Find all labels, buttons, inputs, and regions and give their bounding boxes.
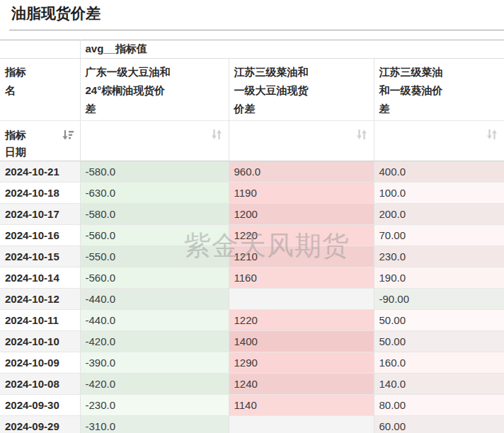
table-row: 2024-10-11-440.0122050.00: [0, 310, 504, 331]
value-cell: 50.00: [374, 310, 504, 331]
row-date: 2024-10-21: [0, 161, 80, 183]
sort-descending-icon[interactable]: [62, 129, 74, 142]
value-cell: 190.0: [374, 267, 504, 289]
value-cell: 140.0: [374, 374, 504, 395]
table-row: 2024-10-12-440.0-90.00: [0, 289, 504, 310]
table-row: 2024-10-08-420.01240140.0: [0, 374, 504, 395]
value-cell: 1400: [229, 331, 374, 352]
value-cell: -440.0: [80, 310, 229, 331]
value-cell: -390.0: [80, 352, 229, 374]
value-cell: [229, 289, 374, 310]
indicator-date-label: 指标 日期: [5, 127, 26, 161]
corner-empty-cell: [0, 40, 80, 59]
value-cell: -550.0: [80, 246, 229, 267]
column-header-jiangsu-rape-sunflower: 江苏三级菜油 和一级葵油价 差: [374, 59, 504, 121]
table-row: 2024-10-16-560.0122070.00: [0, 225, 504, 246]
sort-header-col-3[interactable]: [374, 121, 504, 161]
sort-header-col-2[interactable]: [229, 121, 374, 161]
value-cell: 230.0: [374, 246, 504, 267]
value-cell: 70.00: [374, 225, 504, 246]
value-cell: 60.00: [374, 416, 504, 433]
price-spread-table: avg__指标值 指标 名 广东一级大豆油和 24°棕榈油现货价 差 江苏三级菜…: [0, 40, 504, 433]
value-cell: 1290: [229, 352, 374, 374]
table-row: 2024-10-09-390.01290160.0: [0, 352, 504, 374]
title-divider: [9, 30, 504, 30]
row-date: 2024-09-29: [0, 416, 80, 433]
value-cell: -630.0: [80, 183, 229, 204]
row-date: 2024-10-16: [0, 225, 80, 246]
value-cell: -420.0: [80, 374, 229, 395]
row-date: 2024-10-09: [0, 352, 80, 374]
value-cell: 1200: [229, 204, 374, 225]
row-date: 2024-10-11: [0, 310, 80, 331]
value-cell: -560.0: [80, 267, 229, 289]
value-cell: -420.0: [80, 331, 229, 352]
value-cell: 1160: [229, 267, 374, 289]
table-body: 2024-10-21-580.0960.0400.02024-10-18-630…: [0, 161, 504, 433]
value-cell: 200.0: [374, 204, 504, 225]
row-date: 2024-10-10: [0, 331, 80, 352]
value-cell: -310.0: [80, 416, 229, 433]
value-cell: 50.00: [374, 331, 504, 352]
date-sort-header[interactable]: 指标 日期: [0, 121, 80, 161]
row-date: 2024-10-08: [0, 374, 80, 395]
value-cell: 100.0: [374, 183, 504, 204]
indicator-name-header: 指标 名: [0, 59, 80, 121]
sort-toggle-icon[interactable]: [210, 129, 223, 140]
row-date: 2024-10-17: [0, 204, 80, 225]
aggregate-header-cell: avg__指标值: [80, 40, 504, 59]
value-cell: 1220: [229, 225, 374, 246]
row-date: 2024-10-15: [0, 246, 80, 267]
sort-toggle-icon[interactable]: [355, 129, 368, 140]
value-cell: [229, 416, 374, 433]
value-cell: 1190: [229, 183, 374, 204]
value-cell: -230.0: [80, 395, 229, 416]
value-cell: 1210: [229, 246, 374, 267]
aggregate-header-row: avg__指标值: [0, 40, 504, 59]
value-cell: -90.00: [374, 289, 504, 310]
table-row: 2024-10-17-580.01200200.0: [0, 204, 504, 225]
row-date: 2024-10-12: [0, 289, 80, 310]
page-title: 油脂现货价差: [11, 4, 504, 23]
value-cell: 160.0: [374, 352, 504, 374]
row-date: 2024-09-30: [0, 395, 80, 416]
row-date: 2024-10-14: [0, 267, 80, 289]
table-row: 2024-09-30-230.0114080.00: [0, 395, 504, 416]
value-cell: -440.0: [80, 289, 229, 310]
table-row: 2024-10-14-560.01160190.0: [0, 267, 504, 289]
column-header-jiangsu-rape-soy: 江苏三级菜油和 一级大豆油现货 价差: [229, 59, 374, 121]
table-row: 2024-10-15-550.01210230.0: [0, 246, 504, 267]
column-header-row: 指标 名 广东一级大豆油和 24°棕榈油现货价 差 江苏三级菜油和 一级大豆油现…: [0, 59, 504, 121]
table-row: 2024-09-29-310.060.00: [0, 416, 504, 433]
row-date: 2024-10-18: [0, 183, 80, 204]
column-header-guangdong-soy-palm: 广东一级大豆油和 24°棕榈油现货价 差: [80, 59, 229, 121]
value-cell: 1240: [229, 374, 374, 395]
value-cell: 1140: [229, 395, 374, 416]
value-cell: -580.0: [80, 161, 229, 183]
sort-header-col-1[interactable]: [80, 121, 229, 161]
value-cell: -560.0: [80, 225, 229, 246]
value-cell: 960.0: [229, 161, 374, 183]
table-row: 2024-10-18-630.01190100.0: [0, 183, 504, 204]
value-cell: 1220: [229, 310, 374, 331]
sort-header-row: 指标 日期: [0, 121, 504, 161]
value-cell: 80.00: [374, 395, 504, 416]
table-row: 2024-10-21-580.0960.0400.0: [0, 161, 504, 183]
table-row: 2024-10-10-420.0140050.00: [0, 331, 504, 352]
value-cell: 400.0: [374, 161, 504, 183]
value-cell: -580.0: [80, 204, 229, 225]
sort-toggle-icon[interactable]: [486, 129, 498, 140]
